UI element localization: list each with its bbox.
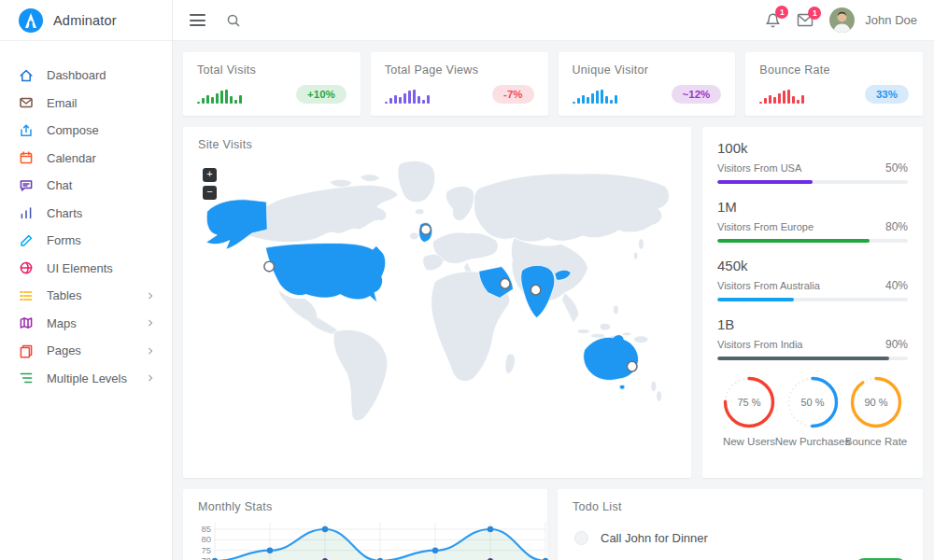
visitor-stats-list: 100kVisitors From USA50%1MVisitors From …: [717, 140, 908, 360]
metric-label: Visitors From Australia: [717, 280, 820, 291]
map-zoom-out-button[interactable]: −: [203, 186, 217, 200]
progress-bar: [717, 298, 908, 301]
chevron-right-icon: [146, 346, 155, 356]
svg-text:80: 80: [201, 534, 211, 544]
sidebar-item-charts[interactable]: Charts: [0, 200, 172, 228]
metric-value: 100k: [717, 140, 908, 156]
progress-fill: [717, 239, 870, 243]
sidebar-item-label: Tables: [47, 288, 82, 302]
sidebar-item-pages[interactable]: Pages: [0, 337, 172, 365]
visitor-metric: 1MVisitors From Europe80%: [717, 199, 908, 243]
metric-value: 1M: [717, 199, 908, 215]
stat-card-bounce-rate: Bounce Rate33%: [745, 52, 923, 116]
todo-card: Todo List Call John for DinnerBook Boss …: [558, 489, 923, 560]
saudi-marker[interactable]: [500, 279, 510, 289]
sidebar-item-label: UI Elements: [47, 261, 113, 275]
donut-label: Bounce Rate: [845, 436, 908, 447]
metric-percent: 50%: [885, 161, 908, 175]
sidebar-item-chat[interactable]: Chat: [0, 172, 172, 200]
todo-title: Todo List: [573, 500, 908, 513]
australia-marker[interactable]: [627, 361, 637, 371]
progress-fill: [717, 298, 794, 301]
sidebar-item-label: Forms: [47, 233, 81, 247]
metric-value: 450k: [717, 258, 908, 273]
visitor-stats-card: 100kVisitors From USA50%1MVisitors From …: [702, 127, 923, 478]
ui-elements-icon: [19, 260, 34, 275]
chevron-right-icon: [146, 318, 155, 328]
stat-change-badge: ~12%: [672, 85, 722, 104]
sidebar: Adminator DashboardEmailComposeCalendarC…: [0, 0, 173, 560]
sidebar-item-label: Charts: [47, 206, 82, 220]
uk-marker[interactable]: [421, 225, 432, 235]
notifications-button[interactable]: 1: [765, 12, 781, 29]
stat-card-total-page-views: Total Page Views-7%: [371, 52, 548, 116]
user-avatar[interactable]: [829, 7, 855, 33]
visitor-metric: 1BVisitors From India90%: [717, 316, 908, 360]
adminator-dashboard: Adminator DashboardEmailComposeCalendarC…: [0, 0, 934, 560]
donut-chart-bounce-rate: 90 %Bounce Rate: [844, 375, 908, 447]
progress-fill: [717, 357, 889, 360]
brand-header[interactable]: Adminator: [0, 0, 172, 41]
main-content: Total Visits+10%Total Page Views-7%Uniqu…: [173, 41, 934, 560]
sidebar-item-calendar[interactable]: Calendar: [0, 145, 172, 173]
sidebar-item-maps[interactable]: Maps: [0, 310, 172, 338]
sidebar-item-ui-elements[interactable]: UI Elements: [0, 255, 172, 283]
stat-change-badge: 33%: [865, 85, 909, 104]
stat-card-unique-visitor: Unique Visitor~12%: [559, 52, 736, 116]
user-name[interactable]: John Doe: [865, 13, 917, 27]
search-icon[interactable]: [226, 13, 241, 28]
menu-toggle-icon[interactable]: [190, 14, 205, 26]
donut-chart-new-purchases: 50 %New Purchases: [781, 375, 844, 447]
sidebar-item-email[interactable]: Email: [0, 90, 172, 118]
chat-icon: [19, 178, 34, 193]
usa-marker[interactable]: [264, 261, 275, 272]
progress-bar: [717, 357, 908, 360]
sidebar-item-dashboard[interactable]: Dashboard: [0, 62, 172, 90]
metric-percent: 90%: [885, 338, 908, 351]
progress-bar: [717, 180, 908, 184]
metric-label: Visitors From Europe: [717, 221, 814, 232]
world-map[interactable]: [198, 155, 676, 436]
sidebar-item-tables[interactable]: Tables: [0, 282, 172, 310]
stat-cards-row: Total Visits+10%Total Page Views-7%Uniqu…: [183, 52, 923, 116]
compose-icon: [19, 123, 34, 138]
stat-card-total-visits: Total Visits+10%: [183, 52, 361, 116]
sidebar-item-label: Multiple Levels: [47, 371, 127, 385]
home-icon: [19, 68, 34, 83]
sparkline-chart: [197, 89, 242, 104]
todo-item[interactable]: Book Boss Flight2 Days: [573, 552, 908, 560]
svg-text:70: 70: [201, 555, 211, 560]
chevron-right-icon: [146, 291, 155, 301]
multiple-levels-icon: [19, 371, 34, 385]
chevron-right-icon: [146, 373, 155, 383]
brand-name: Adminator: [53, 13, 117, 28]
pages-icon: [19, 343, 34, 358]
svg-text:50 %: 50 %: [800, 397, 824, 408]
donut-label: New Purchases: [775, 436, 851, 447]
metric-percent: 80%: [885, 220, 908, 233]
donut-chart-new-users: 75 %New Users: [717, 375, 781, 447]
metric-value: 1B: [717, 316, 908, 332]
site-visits-title: Site Visits: [198, 138, 676, 151]
todo-list: Call John for DinnerBook Boss Flight2 Da…: [573, 525, 908, 560]
sidebar-item-multiple-levels[interactable]: Multiple Levels: [0, 365, 172, 393]
todo-checkbox[interactable]: [574, 531, 588, 545]
site-visits-card: Site Visits + −: [183, 127, 691, 478]
stat-card-title: Total Page Views: [385, 63, 534, 77]
messages-count-badge: 1: [808, 7, 821, 20]
monthly-stats-chart: 85807570: [198, 521, 549, 560]
sidebar-item-compose[interactable]: Compose: [0, 117, 172, 145]
india-marker[interactable]: [531, 285, 541, 295]
map-zoom-in-button[interactable]: +: [203, 168, 217, 182]
tables-icon: [19, 288, 34, 303]
todo-item[interactable]: Call John for Dinner: [573, 525, 908, 552]
messages-button[interactable]: 1: [797, 13, 814, 27]
maps-icon: [19, 315, 34, 330]
progress-bar: [717, 239, 908, 243]
notifications-count-badge: 1: [775, 6, 788, 19]
sidebar-item-label: Maps: [47, 316, 77, 330]
svg-text:85: 85: [201, 524, 211, 534]
sidebar-item-label: Chat: [47, 178, 72, 192]
stat-card-title: Unique Visitor: [573, 63, 722, 77]
sidebar-item-forms[interactable]: Forms: [0, 227, 172, 255]
